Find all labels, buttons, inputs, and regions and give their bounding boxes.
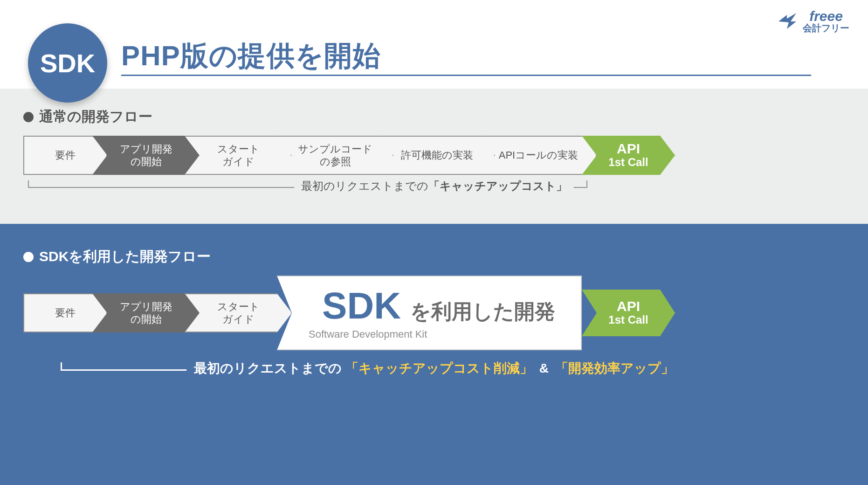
bracket-caption-sdk: 最初のリクエストまでの 「キャッチアップコスト削減」 & 「開発効率アップ」 — [186, 360, 682, 377]
freee-logo: freee 会計フリー — [777, 9, 849, 33]
sdk-badge: SDK — [28, 23, 107, 103]
bird-icon — [777, 10, 798, 32]
header: SDK PHP版の提供を開始 freee 会計フリー — [0, 0, 868, 89]
sdk-rest: を利用した開発 — [410, 298, 555, 326]
bracket-caption-normal: 最初のリクエストまでの「キャッチアップコスト」 — [295, 179, 574, 194]
step-app-dev-start: アプリ開発 の開始 — [92, 136, 200, 175]
step-sample-code: サンプルコード の参照 — [277, 136, 393, 175]
section1-label: 通常の開発フロー — [23, 107, 845, 126]
bracket-normal: 最初のリクエストまでの「キャッチアップコスト」 — [23, 180, 845, 208]
section2-label-text: SDKを利用した開発フロー — [39, 247, 211, 266]
step-api-call-impl: APIコールの実装 — [480, 136, 597, 175]
sdk-badge-text: SDK — [40, 48, 95, 78]
flow-row-normal: 要件 アプリ開発 の開始 スタート ガイド サンプルコード の参照 許可機能の実… — [23, 136, 845, 175]
step2-requirements: 要件 — [23, 293, 107, 333]
section1-label-text: 通常の開発フロー — [39, 107, 152, 126]
logo-script: freee — [809, 9, 843, 23]
bullet-icon — [23, 252, 34, 262]
sdk-sub: Software Development Kit — [309, 328, 427, 340]
bullet-icon — [23, 112, 34, 122]
sdk-big: SDK — [322, 287, 401, 325]
logo-subtext: 会計フリー — [803, 23, 849, 33]
step2-start-guide: スタート ガイド — [185, 293, 292, 333]
step-requirements: 要件 — [23, 136, 107, 175]
title-underline — [121, 75, 811, 76]
page-title: PHP版の提供を開始 — [121, 37, 381, 75]
step2-app-dev-start: アプリ開発 の開始 — [92, 293, 200, 333]
section2-label: SDKを利用した開発フロー — [23, 247, 845, 266]
section-normal-flow: 通常の開発フロー 要件 アプリ開発 の開始 スタート ガイド サンプルコード の… — [0, 89, 868, 224]
sdk-card: SDK を利用した開発 Software Development Kit — [277, 276, 582, 350]
step2-api-first-call: API 1st Call — [582, 290, 675, 336]
section-sdk-flow: SDKを利用した開発フロー 要件 アプリ開発 の開始 スタート ガイド SDK … — [0, 224, 868, 485]
step-start-guide: スタート ガイド — [185, 136, 292, 175]
bracket-sdk: 最初のリクエストまでの 「キャッチアップコスト削減」 & 「開発効率アップ」 — [23, 362, 845, 400]
flow-row-sdk: 要件 アプリ開発 の開始 スタート ガイド SDK を利用した開発 Softwa… — [23, 276, 845, 350]
step-auth-impl: 許可機能の実装 — [379, 136, 495, 175]
